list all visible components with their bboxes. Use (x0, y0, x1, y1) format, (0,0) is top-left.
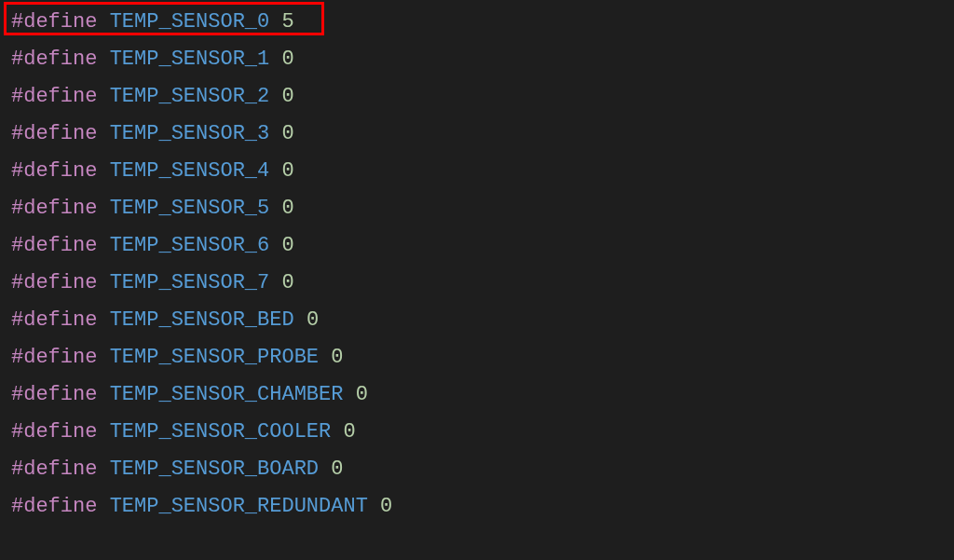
macro-value: 0 (281, 48, 293, 71)
macro-identifier: TEMP_SENSOR_BED (110, 308, 294, 332)
code-line[interactable]: #define TEMP_SENSOR_5 0 (11, 190, 943, 227)
macro-value: 0 (281, 197, 293, 220)
code-line[interactable]: #define TEMP_SENSOR_BED 0 (11, 302, 943, 339)
code-line[interactable]: #define TEMP_SENSOR_BOARD 0 (11, 451, 943, 488)
preprocessor-directive: #define (11, 383, 97, 406)
code-line[interactable]: #define TEMP_SENSOR_CHAMBER 0 (11, 376, 943, 414)
macro-identifier: TEMP_SENSOR_COOLER (110, 420, 332, 444)
preprocessor-directive: #define (11, 458, 97, 481)
code-line[interactable]: #define TEMP_SENSOR_2 0 (11, 78, 943, 116)
code-line[interactable]: #define TEMP_SENSOR_REDUNDANT 0 (11, 488, 943, 526)
macro-value: 0 (343, 420, 355, 444)
macro-value: 0 (331, 346, 343, 369)
macro-value: 0 (281, 122, 293, 145)
preprocessor-directive: #define (11, 197, 97, 220)
macro-value: 0 (356, 383, 368, 406)
code-line[interactable]: #define TEMP_SENSOR_3 0 (11, 116, 943, 153)
preprocessor-directive: #define (11, 122, 97, 145)
macro-identifier: TEMP_SENSOR_BOARD (110, 458, 319, 481)
code-line[interactable]: #define TEMP_SENSOR_6 0 (11, 227, 943, 265)
preprocessor-directive: #define (11, 271, 97, 294)
macro-identifier: TEMP_SENSOR_7 (110, 271, 270, 294)
macro-value: 0 (281, 234, 293, 257)
macro-value: 5 (281, 10, 293, 34)
preprocessor-directive: #define (11, 48, 97, 71)
macro-identifier: TEMP_SENSOR_2 (110, 85, 270, 108)
code-line[interactable]: #define TEMP_SENSOR_PROBE 0 (11, 339, 943, 376)
preprocessor-directive: #define (11, 234, 97, 257)
macro-value: 0 (380, 495, 392, 518)
macro-identifier: TEMP_SENSOR_1 (110, 48, 270, 71)
macro-identifier: TEMP_SENSOR_REDUNDANT (110, 495, 368, 518)
code-line[interactable]: #define TEMP_SENSOR_1 0 (11, 41, 943, 78)
macro-value: 0 (331, 458, 343, 481)
macro-identifier: TEMP_SENSOR_3 (110, 122, 270, 145)
macro-identifier: TEMP_SENSOR_4 (110, 159, 270, 183)
macro-value: 0 (281, 159, 293, 183)
preprocessor-directive: #define (11, 420, 97, 444)
macro-identifier: TEMP_SENSOR_5 (110, 197, 270, 220)
macro-identifier: TEMP_SENSOR_CHAMBER (110, 383, 344, 406)
code-line[interactable]: #define TEMP_SENSOR_0 5 (11, 4, 943, 41)
code-line[interactable]: #define TEMP_SENSOR_COOLER 0 (11, 414, 943, 451)
preprocessor-directive: #define (11, 346, 97, 369)
code-line[interactable]: #define TEMP_SENSOR_4 0 (11, 153, 943, 190)
preprocessor-directive: #define (11, 85, 97, 108)
preprocessor-directive: #define (11, 159, 97, 183)
macro-value: 0 (281, 271, 293, 294)
preprocessor-directive: #define (11, 308, 97, 332)
macro-value: 0 (281, 85, 293, 108)
code-editor-container[interactable]: #define TEMP_SENSOR_0 5#define TEMP_SENS… (11, 4, 943, 526)
code-line[interactable]: #define TEMP_SENSOR_7 0 (11, 265, 943, 302)
preprocessor-directive: #define (11, 495, 97, 518)
macro-identifier: TEMP_SENSOR_0 (110, 10, 270, 34)
macro-identifier: TEMP_SENSOR_PROBE (110, 346, 319, 369)
preprocessor-directive: #define (11, 10, 97, 34)
macro-identifier: TEMP_SENSOR_6 (110, 234, 270, 257)
macro-value: 0 (307, 308, 319, 332)
